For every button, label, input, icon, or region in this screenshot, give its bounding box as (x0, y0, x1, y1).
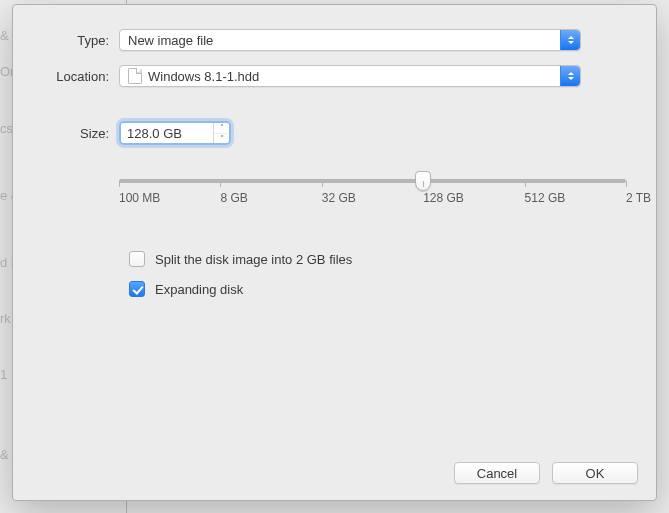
new-disk-sheet: Type: New image file Location: Windows 8… (12, 4, 657, 501)
type-label: Type: (13, 33, 119, 48)
location-popup[interactable]: Windows 8.1-1.hdd (119, 65, 581, 87)
type-popup-value: New image file (128, 33, 213, 48)
split-checkbox-label: Split the disk image into 2 GB files (155, 252, 352, 267)
cancel-button[interactable]: Cancel (454, 462, 540, 484)
size-slider[interactable] (119, 179, 626, 183)
expanding-checkbox-label: Expanding disk (155, 282, 243, 297)
stepper-up[interactable]: ˄ (214, 123, 229, 134)
stepper-down[interactable]: ˅ (214, 134, 229, 144)
location-popup-value: Windows 8.1-1.hdd (148, 69, 259, 84)
size-label: Size: (13, 126, 119, 141)
type-popup[interactable]: New image file (119, 29, 581, 51)
size-slider-ticks: 100 MB 8 GB 32 GB 128 GB 512 GB 2 TB (119, 191, 626, 205)
expanding-checkbox[interactable] (129, 281, 145, 297)
location-label: Location: (13, 69, 119, 84)
ok-button[interactable]: OK (552, 462, 638, 484)
size-stepper[interactable]: ˄ ˅ (119, 121, 231, 145)
document-icon (128, 68, 142, 84)
popup-arrows-icon (560, 30, 580, 50)
size-input[interactable] (121, 123, 213, 143)
split-checkbox[interactable] (129, 251, 145, 267)
popup-arrows-icon (560, 66, 580, 86)
stepper-arrows-icon[interactable]: ˄ ˅ (213, 123, 229, 143)
